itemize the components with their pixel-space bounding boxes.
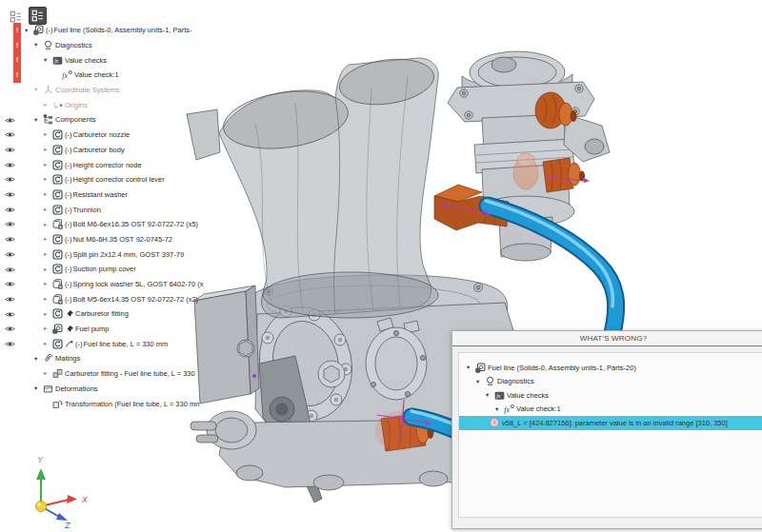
tree-item-bolt-m5[interactable]: (-) Bolt M5-6ex14.35 OST 92-0722-72 (x2): [0, 291, 314, 306]
tree-item-mating-carburetor-fitting[interactable]: Carburetor fitting - Fuel line tube, L =…: [0, 366, 314, 382]
assembly-icon: [52, 324, 63, 334]
eye-icon[interactable]: [5, 266, 15, 273]
expand-arrow-icon[interactable]: [44, 207, 52, 213]
x-axis-arrow: [67, 495, 77, 503]
tree-item-value-checks[interactable]: ! Value checks: [0, 52, 314, 68]
multi-part-icon: [52, 219, 63, 229]
tree-item-fuel-line[interactable]: ! (-) Fuel line (Solids-0, Assembly unit…: [0, 23, 314, 38]
expand-arrow-icon[interactable]: [34, 117, 43, 124]
expand-arrow-icon[interactable]: [495, 406, 504, 413]
tree-item-label: Coordinate Systems: [55, 86, 120, 94]
ww-item-label: Diagnostics: [497, 377, 534, 385]
expand-arrow-icon[interactable]: [44, 131, 52, 138]
tree-item-height-corrector-node[interactable]: (-) Height corrector node: [0, 157, 314, 172]
tree-item-label: Value checks: [65, 56, 107, 65]
eye-icon[interactable]: [5, 221, 15, 227]
ww-error-message: v58_L = [424.827156]: parameter value is…: [502, 419, 728, 427]
expand-arrow-icon[interactable]: [44, 251, 52, 258]
eye-icon[interactable]: [5, 191, 15, 198]
expand-arrow-icon[interactable]: [44, 162, 52, 168]
x-axis-label: X: [81, 495, 89, 504]
expand-arrow-icon[interactable]: [34, 385, 43, 392]
tree-item-diagnostics[interactable]: ! Diagnostics: [0, 38, 314, 53]
coordinate-systems-icon: [43, 85, 53, 95]
eye-icon[interactable]: [5, 296, 15, 303]
tree-item-trunnion[interactable]: (-) Trunnion: [0, 202, 314, 217]
eye-icon[interactable]: [5, 147, 15, 153]
expand-arrow-icon[interactable]: [34, 42, 43, 49]
eye-icon[interactable]: [5, 162, 15, 168]
coordinate-triad: Y X Z: [8, 447, 103, 532]
eye-icon[interactable]: [5, 117, 15, 124]
expand-arrow-icon[interactable]: [44, 341, 52, 347]
tree-item-deformations[interactable]: Deformations: [0, 382, 314, 397]
tree-item-label: Suction pump cover: [73, 265, 136, 273]
tree-item-height-corrector-control-lever[interactable]: (-) Height corrector control lever: [0, 172, 314, 187]
expand-arrow-icon[interactable]: [44, 147, 52, 153]
tree-item-components[interactable]: Components: [0, 112, 314, 128]
expand-arrow-icon[interactable]: [44, 57, 52, 64]
eye-icon[interactable]: [5, 176, 15, 183]
expand-arrow-icon[interactable]: [25, 28, 33, 34]
tree-item-coordinate-systems[interactable]: Coordinate Systems: [0, 83, 314, 98]
tree-item-value-check-1[interactable]: ! Value check:1: [0, 68, 314, 83]
tube-arrow-icon: [65, 339, 74, 348]
tree-item-carburetor-nozzle[interactable]: (-) Carburetor nozzle: [0, 128, 314, 143]
eye-icon[interactable]: [5, 131, 15, 138]
tree-item-carburetor-fitting[interactable]: Carburetor fitting: [0, 306, 314, 322]
expand-arrow-icon[interactable]: [44, 102, 52, 108]
tree-item-fuel-pump[interactable]: Fuel pump: [0, 322, 314, 337]
expand-arrow-icon[interactable]: [44, 311, 52, 318]
whats-wrong-panel: WHAT'S WRONG? Fuel line (Solids-0, Assem…: [451, 330, 762, 529]
tree-item-label: Trunnion: [73, 206, 101, 214]
ww-item-value-check-1[interactable]: Value check:1: [459, 403, 762, 417]
assembly-icon: [33, 25, 44, 35]
tree-item-carburetor-body[interactable]: (-) Carburetor body: [0, 143, 314, 158]
eye-icon[interactable]: [5, 251, 15, 258]
ww-item-diagnostics[interactable]: Diagnostics: [459, 375, 762, 389]
tree-item-label: Components: [55, 115, 96, 124]
expand-arrow-icon[interactable]: [44, 281, 52, 287]
expand-arrow-icon[interactable]: [44, 236, 52, 243]
expand-arrow-icon[interactable]: [44, 296, 52, 303]
tree-item-label: Resistant washer: [73, 190, 129, 199]
expand-arrow-icon[interactable]: [44, 176, 52, 183]
fuel-pump-model[interactable]: [434, 51, 610, 261]
expand-arrow-icon[interactable]: [467, 365, 475, 371]
tree-item-fuel-line-tube[interactable]: (-) Fuel line tube, L = 330 mm: [0, 336, 314, 351]
tree-item-resistant-washer[interactable]: (-) Resistant washer: [0, 187, 314, 203]
tree-item-spring-lock-washer[interactable]: (-) Spring lock washer 5L, GOST 6402-70 …: [0, 277, 314, 292]
tree-item-bolt-m6[interactable]: (-) Bolt M6-6ex16.35 OST 92-0722-72 (x5): [0, 217, 314, 232]
expand-arrow-icon[interactable]: [476, 379, 485, 385]
ww-item-error-selected[interactable]: v58_L = [424.827156]: parameter value is…: [459, 416, 762, 430]
tree-item-matings[interactable]: Matings: [0, 351, 314, 366]
tree-item-suction-pump-cover[interactable]: (-) Suction pump cover: [0, 262, 314, 277]
tree-item-nut-m6[interactable]: (-) Nut M6-6H.35 OST 92-0745-72: [0, 232, 314, 247]
error-badge: !: [13, 23, 21, 38]
eye-icon[interactable]: [5, 325, 15, 332]
tree-item-origins[interactable]: Origins: [0, 97, 314, 112]
expand-arrow-icon[interactable]: [44, 191, 52, 198]
expand-arrow-icon[interactable]: [44, 222, 52, 228]
eye-icon[interactable]: [5, 341, 15, 347]
tree-item-label: Carburetor nozzle: [73, 130, 130, 139]
ww-item-label: Fuel line (Solids-0, Assembly units-1, P…: [488, 364, 636, 372]
eye-icon[interactable]: [5, 236, 15, 243]
expand-arrow-icon[interactable]: [44, 266, 52, 273]
expand-arrow-icon[interactable]: [34, 356, 43, 363]
eye-icon[interactable]: [5, 207, 15, 213]
tree-item-transformation[interactable]: Transformation (Fuel line tube, L = 330 …: [0, 396, 314, 411]
expand-arrow-icon[interactable]: [486, 392, 494, 399]
ww-item-fuel-line[interactable]: Fuel line (Solids-0, Assembly units-1, P…: [459, 361, 762, 375]
part-icon: [52, 174, 63, 185]
eye-icon[interactable]: [5, 311, 15, 318]
tree-item-split-pin[interactable]: (-) Split pin 2x12.4 mm, GOST 397-79: [0, 246, 314, 262]
ww-item-value-checks[interactable]: Value checks: [459, 388, 762, 403]
z-axis-arrow: [56, 513, 68, 521]
expand-arrow-icon[interactable]: [34, 87, 43, 93]
part-icon: [52, 205, 63, 215]
eye-icon[interactable]: [5, 281, 15, 287]
expand-arrow-icon[interactable]: [44, 325, 52, 332]
expand-arrow-icon[interactable]: [44, 370, 52, 377]
tree-item-label: Spring lock washer 5L, GOST 6402-70 (x: [73, 280, 204, 288]
